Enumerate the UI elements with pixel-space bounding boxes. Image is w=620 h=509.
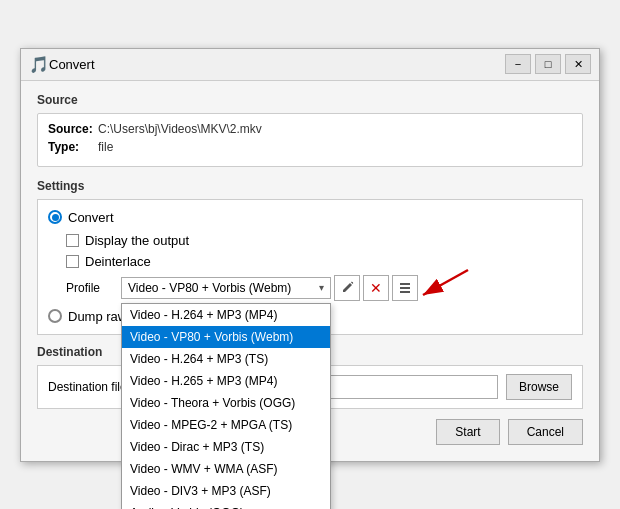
content-area: Source Source: C:\Users\bj\Videos\MKV\2.… [21,81,599,461]
close-button[interactable]: ✕ [565,54,591,74]
vlc-icon: 🎵 [29,55,49,74]
profile-option-5[interactable]: Video - MPEG-2 + MPGA (TS) [122,414,330,436]
cancel-button[interactable]: Cancel [508,419,583,445]
settings-group: Convert Display the output Deinterlace P… [37,199,583,335]
delete-profile-button[interactable]: ✕ [363,275,389,301]
profile-selected-value: Video - VP80 + Vorbis (Webm) [128,281,291,295]
list-icon [398,281,412,295]
settings-section-label: Settings [37,179,583,193]
deinterlace-label: Deinterlace [85,254,151,269]
minimize-button[interactable]: − [505,54,531,74]
profile-option-4[interactable]: Video - Theora + Vorbis (OGG) [122,392,330,414]
display-output-label: Display the output [85,233,189,248]
type-value: file [98,140,113,154]
profile-option-0[interactable]: Video - H.264 + MP3 (MP4) [122,304,330,326]
browse-button[interactable]: Browse [506,374,572,400]
type-label: Type: [48,140,98,154]
source-type-row: Type: file [48,140,572,154]
source-section-label: Source [37,93,583,107]
profile-label: Profile [66,281,121,295]
edit-profile-button[interactable] [334,275,360,301]
svg-rect-2 [400,283,410,285]
profile-dropdown-btn[interactable]: Video - VP80 + Vorbis (Webm) ▾ [121,277,331,299]
new-profile-button[interactable] [392,275,418,301]
profile-option-8[interactable]: Video - DIV3 + MP3 (ASF) [122,480,330,502]
dump-radio[interactable] [48,309,62,323]
profile-controls: Video - VP80 + Vorbis (Webm) ▾ Video - H… [121,275,418,301]
convert-label: Convert [68,210,114,225]
convert-radio-row[interactable]: Convert [48,210,572,225]
svg-line-1 [423,270,468,295]
start-button[interactable]: Start [436,419,499,445]
source-path-row: Source: C:\Users\bj\Videos\MKV\2.mkv [48,122,572,136]
title-bar: 🎵 Convert − □ ✕ [21,49,599,81]
source-value: C:\Users\bj\Videos\MKV\2.mkv [98,122,262,136]
deinterlace-row[interactable]: Deinterlace [66,254,572,269]
dropdown-arrow-icon: ▾ [319,282,324,293]
profile-option-9[interactable]: Audio - Vorbis (OGG) [122,502,330,510]
source-group: Source: C:\Users\bj\Videos\MKV\2.mkv Typ… [37,113,583,167]
svg-rect-4 [400,291,410,293]
title-bar-controls: − □ ✕ [505,54,591,74]
profile-option-7[interactable]: Video - WMV + WMA (ASF) [122,458,330,480]
deinterlace-checkbox[interactable] [66,255,79,268]
red-arrow-indicator [413,265,473,305]
delete-icon: ✕ [370,280,382,296]
window-title: Convert [49,57,505,72]
wrench-icon [340,281,354,295]
source-label: Source: [48,122,98,136]
profile-row: Profile Video - VP80 + Vorbis (Webm) ▾ V… [66,275,572,301]
display-output-checkbox[interactable] [66,234,79,247]
maximize-button[interactable]: □ [535,54,561,74]
svg-rect-3 [400,287,410,289]
profile-option-3[interactable]: Video - H.265 + MP3 (MP4) [122,370,330,392]
main-window: 🎵 Convert − □ ✕ Source Source: C:\Users\… [20,48,600,462]
profile-option-6[interactable]: Video - Dirac + MP3 (TS) [122,436,330,458]
profile-option-2[interactable]: Video - H.264 + MP3 (TS) [122,348,330,370]
display-output-row[interactable]: Display the output [66,233,572,248]
convert-radio[interactable] [48,210,62,224]
profile-dropdown-menu: Video - H.264 + MP3 (MP4) Video - VP80 +… [121,303,331,510]
profile-option-1[interactable]: Video - VP80 + Vorbis (Webm) [122,326,330,348]
